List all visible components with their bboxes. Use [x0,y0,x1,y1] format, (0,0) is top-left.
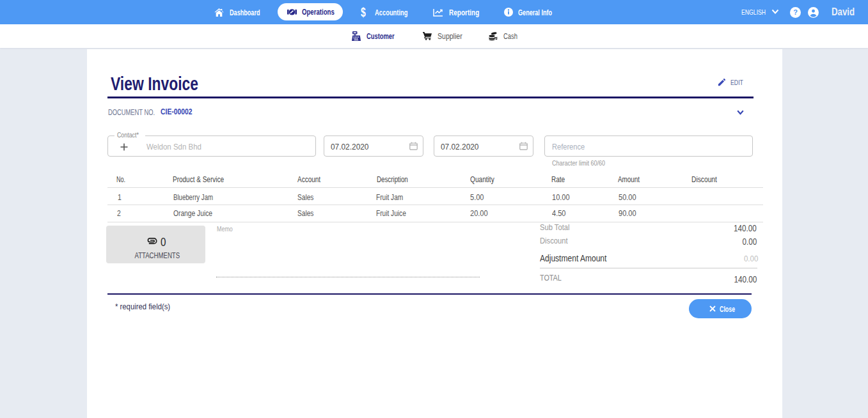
svg-text:?: ? [793,8,798,16]
